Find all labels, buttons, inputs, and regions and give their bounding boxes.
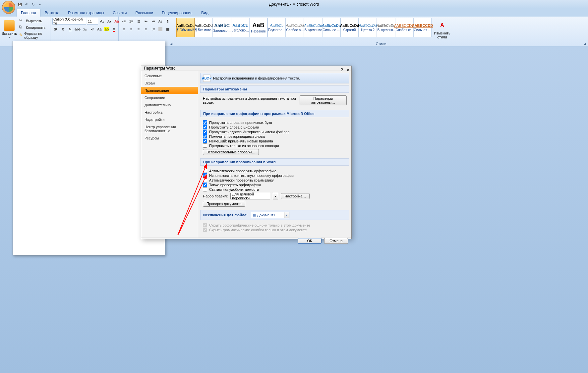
custom-dict-button[interactable]: Вспомогательные словари… xyxy=(203,149,259,155)
cbx-auto-grammar[interactable]: Автоматически проверять грамматику xyxy=(203,178,347,182)
cbx-main-dict[interactable]: Предлагать только из основного словаря xyxy=(203,143,347,148)
sort-button[interactable]: A↓ xyxy=(157,18,164,25)
autocorrect-options-button[interactable]: Параметры автозамены… xyxy=(300,95,347,105)
dec-indent-button[interactable]: ⇤ xyxy=(143,18,149,25)
tab-view[interactable]: Вид xyxy=(197,9,213,17)
paste-label: Вставить xyxy=(2,31,17,35)
tab-references[interactable]: Ссылки xyxy=(108,9,131,17)
bold-button[interactable]: Ж xyxy=(52,26,59,32)
chevron-down-icon[interactable]: ▾ xyxy=(273,193,278,199)
cbx-auto-spell[interactable]: Автоматически проверять орфографию xyxy=(203,169,347,173)
cbx-uppercase[interactable]: Пропускать слова из прописных букв xyxy=(203,120,347,125)
borders-button[interactable]: ▦ xyxy=(164,26,171,32)
font-name-combo[interactable]: Calibri (Основной те xyxy=(52,18,86,25)
align-justify-button[interactable]: ≡ xyxy=(143,26,149,32)
copy-button[interactable]: ⎘Копировать xyxy=(18,25,48,30)
tab-review[interactable]: Рецензирование xyxy=(157,9,197,17)
cbx-german[interactable]: Немецкий: применять новые правила xyxy=(203,139,347,143)
style-item[interactable]: AaBbCЗаголово… xyxy=(213,18,231,37)
paste-button[interactable]: Вставить ▾ xyxy=(2,18,17,41)
qat-menu-icon[interactable]: ▾ xyxy=(37,2,42,7)
close-button[interactable]: × xyxy=(346,67,349,73)
cbx-hide-spell: Скрыть орфографические ошибки только в э… xyxy=(203,223,347,227)
show-marks-button[interactable]: ¶ xyxy=(164,18,171,25)
multilevel-button[interactable]: ≣ xyxy=(135,18,142,25)
shading-button[interactable] xyxy=(157,26,164,32)
style-item[interactable]: AaBbCcDdСильное … xyxy=(322,18,340,37)
nav-resources[interactable]: Ресурсы xyxy=(141,134,198,142)
cbx-contextual[interactable]: Использовать контекстную проверку орфогр… xyxy=(203,173,347,178)
undo-icon[interactable]: ↶ xyxy=(24,2,29,7)
font-color-button[interactable]: A xyxy=(111,26,117,32)
tab-home[interactable]: Главная xyxy=(17,9,40,17)
style-item[interactable]: AaBbCcDd¶ Без инте… xyxy=(195,18,213,37)
align-left-button[interactable]: ≡ xyxy=(121,26,127,32)
nav-proofing[interactable]: Правописание xyxy=(141,87,198,94)
cbx-internet[interactable]: Пропускать адреса Интернета и имена файл… xyxy=(203,130,347,134)
cbx-repeated[interactable]: Помечать повторяющиеся слова xyxy=(203,134,347,138)
style-item[interactable]: AaBbCcПодзагол… xyxy=(267,18,286,37)
style-item[interactable]: AaBbCcЗаголово… xyxy=(231,18,249,37)
chevron-down-icon[interactable]: ▾ xyxy=(284,212,289,218)
inc-indent-button[interactable]: ⇥ xyxy=(150,18,156,25)
font-size-combo[interactable]: 11 xyxy=(87,18,98,25)
dialog-titlebar[interactable]: Параметры Word ? × xyxy=(141,66,351,71)
nav-display[interactable]: Экран xyxy=(141,80,198,87)
nav-addins[interactable]: Надстройки xyxy=(141,116,198,123)
style-item[interactable]: AaBbCcDdСлабое в… xyxy=(286,18,304,37)
format-painter-button[interactable]: ✎Формат по образцу xyxy=(18,31,48,40)
rules-settings-button[interactable]: Настройка… xyxy=(281,193,310,199)
styles-gallery[interactable]: AaBbCcDd¶ ОбычныйAaBbCcDd¶ Без инте…AaBb… xyxy=(176,18,432,41)
underline-button[interactable]: Ч xyxy=(67,26,74,32)
numbering-button[interactable]: 1≡ xyxy=(128,18,135,25)
style-item[interactable]: AaBbCcDdВыделенн… xyxy=(377,18,395,37)
style-item[interactable]: AaBНазвание xyxy=(249,18,267,37)
cbx-also-spell[interactable]: Также проверять орфографию xyxy=(203,183,347,187)
ok-button[interactable]: ОК xyxy=(298,238,322,244)
shrink-font-button[interactable]: A▾ xyxy=(106,18,113,25)
grow-font-button[interactable]: A▴ xyxy=(99,18,105,25)
help-button[interactable]: ? xyxy=(340,67,343,73)
style-item[interactable]: AaBbCcDdСтрогий xyxy=(340,18,359,37)
style-item[interactable]: AaBbCcDdВыделение xyxy=(304,18,322,37)
nav-general[interactable]: Основные xyxy=(141,72,198,80)
redo-icon[interactable]: ↻ xyxy=(30,2,36,7)
nav-trustcenter[interactable]: Центр управления безопасностью xyxy=(141,123,198,134)
align-right-button[interactable]: ≡ xyxy=(135,26,142,32)
highlight-button[interactable]: ab xyxy=(103,26,110,32)
dialog-launcher-icon[interactable]: ◢ xyxy=(583,41,587,45)
change-styles-button[interactable]: A Изменить стили xyxy=(433,18,451,41)
cancel-button[interactable]: Отмена xyxy=(324,238,348,244)
line-spacing-button[interactable]: ↕≡ xyxy=(150,26,156,32)
dialog-footer: ОК Отмена xyxy=(141,238,351,244)
dialog-launcher-icon[interactable]: ◢ xyxy=(169,41,173,45)
save-icon[interactable]: 💾 xyxy=(17,2,23,7)
strike-button[interactable]: abc xyxy=(74,26,81,32)
tab-pagelayout[interactable]: Разметка страницы xyxy=(64,9,108,17)
rules-select[interactable]: Для деловой переписки xyxy=(230,193,270,199)
align-center-button[interactable]: ≡ xyxy=(128,26,135,32)
nav-customize[interactable]: Настройка xyxy=(141,109,198,116)
style-item[interactable]: AaBbCcDd¶ Обычный xyxy=(176,18,195,37)
section-exceptions: Исключения для файла: ▦ Документ1 ▾ xyxy=(200,210,349,220)
nav-save[interactable]: Сохранение xyxy=(141,94,198,101)
change-styles-icon: A xyxy=(437,20,447,30)
exceptions-file-select[interactable]: ▦ Документ1 xyxy=(251,212,284,218)
subscript-button[interactable]: x₂ xyxy=(82,26,88,32)
cbx-readability[interactable]: Статистика удобочитаемости xyxy=(203,187,347,191)
cbx-numbers[interactable]: Пропускать слова с цифрами xyxy=(203,125,347,129)
tab-mailings[interactable]: Рассылки xyxy=(131,9,157,17)
style-item[interactable]: AABBCCDDСлабая сс… xyxy=(395,18,413,37)
cut-button[interactable]: ✂Вырезать xyxy=(18,18,48,24)
bullets-button[interactable]: •≡ xyxy=(121,18,127,25)
tab-insert[interactable]: Вставка xyxy=(40,9,64,17)
style-item[interactable]: AaBbCcDdЦитата 2 xyxy=(359,18,377,37)
check-document-button[interactable]: Проверка документа xyxy=(203,201,245,207)
change-case-button[interactable]: Aa xyxy=(96,26,103,32)
nav-advanced[interactable]: Дополнительно xyxy=(141,101,198,109)
style-item[interactable]: AABBCCDDСильная … xyxy=(413,18,432,37)
office-button[interactable] xyxy=(2,1,15,14)
italic-button[interactable]: К xyxy=(60,26,66,32)
copy-icon: ⎘ xyxy=(19,25,25,30)
superscript-button[interactable]: x² xyxy=(89,26,95,32)
